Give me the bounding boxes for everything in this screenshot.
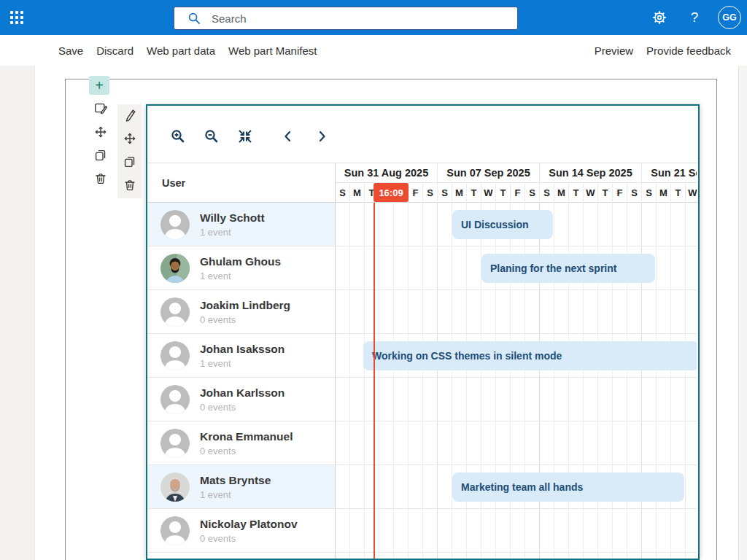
workbench-canvas: + [0,66,747,560]
zoom-out-button[interactable] [203,128,220,145]
current-time-line [374,203,375,559]
resource-event-count: 0 events [200,446,293,456]
resource-row[interactable]: Krona Emmanuel0 events [147,421,335,465]
zoom-in-icon [170,128,186,144]
timeline-grid: UI DiscussionPlaning for the next sprint… [336,203,697,559]
day-header-cell: T [569,183,584,203]
event-bar[interactable]: Planing for the next sprint [481,254,655,283]
zoom-to-fit-button[interactable] [236,128,254,145]
command-save[interactable]: Save [58,44,83,57]
chevron-right-icon [314,128,330,144]
resource-row[interactable]: Ghulam Ghous1 event [147,246,335,290]
day-header-cell: T [598,183,613,203]
resource-event-count: 0 events [200,314,290,325]
day-header-cell: M [350,183,365,203]
move-button[interactable] [93,126,109,141]
resource-row[interactable]: Willy Schott1 event [147,203,335,246]
move-icon [93,125,108,142]
day-header-cell: S [642,183,657,203]
resource-row[interactable]: Johan Karlsson0 events [147,378,335,421]
add-web-part-button[interactable]: + [89,76,109,95]
week-header-cell: Sun 07 Sep 2025 [438,163,540,183]
avatar-placeholder [160,298,190,327]
day-header-cell: S [336,183,350,203]
command-discard[interactable]: Discard [96,44,133,57]
chevron-left-icon [280,128,296,144]
left-gutter [0,66,35,560]
account-avatar[interactable]: GG [718,6,741,29]
avatar-placeholder [160,385,190,414]
help-button[interactable]: ? [686,9,703,26]
edit-note-button[interactable] [93,103,109,117]
day-header-cell: W [584,183,598,203]
command-preview[interactable]: Preview [595,44,633,57]
resource-name: Mats Bryntse [200,474,271,487]
day-header-cell: T [496,183,511,203]
avatar-placeholder [160,341,190,370]
resource-row[interactable]: Joakim Lindberg0 events [147,290,335,334]
day-header-cell: S [438,183,452,203]
delete-button[interactable] [122,179,138,194]
edit-icon [123,108,137,125]
previous-button[interactable] [279,128,297,145]
event-bar[interactable]: UI Discussion [452,210,553,239]
resource-event-count: 1 event [200,271,281,281]
right-gutter [738,66,747,560]
avatar-placeholder [160,429,190,458]
resource-name: Ghulam Ghous [200,255,281,268]
week-header-row: Sun 31 Aug 2025Sun 07 Sep 2025Sun 14 Sep… [336,163,697,183]
suite-bar: ? GG [0,0,747,35]
day-header-cell: M [657,183,671,203]
week-header-cell: Sun 21 Sep 2025 [642,163,697,183]
week-header-cell: Sun 31 Aug 2025 [336,163,438,183]
command-provide-feedback[interactable]: Provide feedback [646,44,731,57]
day-header-cell: M [554,183,569,203]
copy-button[interactable] [93,149,109,164]
day-header-cell: S [525,183,540,203]
next-button[interactable] [313,128,330,145]
search-input[interactable] [212,12,489,25]
day-header-cell: W [686,183,697,203]
delete-icon [93,171,108,189]
resource-name: Johan Isaksson [200,343,285,356]
web-part-toolbox-outer [93,103,109,196]
day-header-cell: F [613,183,627,203]
avatar-photo [160,254,190,283]
event-bar[interactable]: Working on CSS themes in silent mode [363,341,697,370]
command-bar-right: PreviewProvide feedback [595,44,747,57]
scheduler-header: User Sun 31 Aug 2025Sun 07 Sep 2025Sun 1… [147,163,698,203]
settings-button[interactable] [651,9,668,26]
resource-row[interactable]: Johan Isaksson1 event [147,334,335,378]
move-icon [123,131,137,149]
resource-event-count: 0 events [200,533,298,544]
command-bar: SaveDiscardWeb part dataWeb part Manifes… [0,35,747,66]
command-web-part-data[interactable]: Web part data [147,44,215,57]
command-web-part-manifest[interactable]: Web part Manifest [228,44,317,57]
day-header-cell: S [423,183,438,203]
edit-button[interactable] [122,109,138,124]
help-icon: ? [691,9,699,26]
delete-button[interactable] [93,173,109,187]
avatar-initials: GG [722,12,736,23]
resource-name: Joakim Lindberg [200,299,290,312]
day-header-cell: M [452,183,467,203]
zoom-out-icon [204,128,220,144]
move-button[interactable] [122,133,138,147]
current-time-badge: 16:09 [374,183,409,202]
zoom-in-button[interactable] [169,128,187,145]
resource-event-count: 0 events [200,402,285,413]
resource-column: Willy Schott1 eventGhulam Ghous1 eventJo… [147,203,336,559]
copy-icon [93,148,108,166]
resource-row[interactable]: Mats Bryntse1 event [147,465,335,509]
day-header-cell: S [540,183,554,203]
app-launcher-waffle-icon[interactable] [10,11,23,24]
resource-name: Krona Emmanuel [200,430,293,443]
event-bar[interactable]: Marketing team all hands [452,472,684,502]
resource-row[interactable] [147,553,335,559]
copy-button[interactable] [122,156,138,171]
resource-event-count: 1 event [200,358,285,369]
search-box[interactable] [174,7,518,30]
resource-row[interactable]: Nickolay Platonov0 events [147,509,335,553]
workbench-page: ? GG SaveDiscardWeb part dataWeb part Ma… [0,0,747,560]
day-header-row: 16:09 SMTWTFSSMTWTFSSMTWTFSSMTWTFS [336,183,697,203]
